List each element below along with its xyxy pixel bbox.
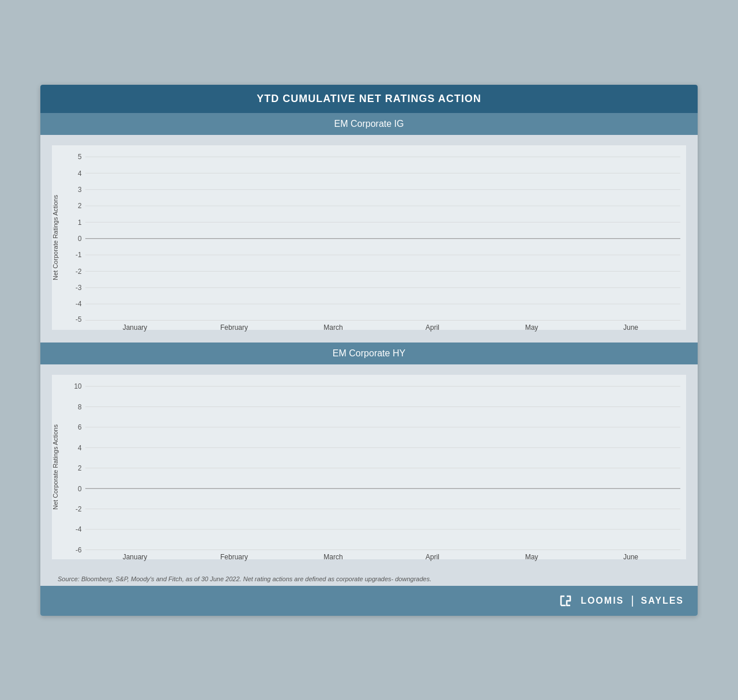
- svg-text:-2: -2: [76, 267, 82, 275]
- svg-text:4: 4: [78, 169, 82, 177]
- svg-text:5: 5: [78, 153, 82, 161]
- logo-brand2: SAYLES: [641, 596, 684, 606]
- svg-text:-4: -4: [76, 525, 82, 533]
- svg-text:-2: -2: [76, 505, 82, 513]
- chart2-header: EM Corporate HY: [40, 343, 698, 364]
- chart2-x-labels: January February March April May June: [85, 550, 680, 561]
- chart2-plot: 10 8 6 4 2 0 -2 -4 -6: [85, 386, 680, 550]
- svg-text:-4: -4: [76, 300, 82, 308]
- chart2-area: Net Corporate Ratings Actions: [52, 386, 680, 548]
- chart1-container: Net Corporate Ratings Actions: [52, 145, 686, 330]
- ls-icon: [559, 593, 575, 609]
- logo-brand1: LOOMIS: [581, 596, 624, 606]
- chart2-x-feb: February: [184, 553, 284, 561]
- svg-text:-6: -6: [76, 545, 82, 554]
- logo-separator: |: [631, 594, 634, 607]
- svg-text:0: 0: [78, 484, 82, 492]
- svg-text:2: 2: [78, 202, 82, 210]
- svg-text:6: 6: [78, 423, 82, 431]
- chart1-inner: 5 4 3 2 1 0 -1 -2 -3 -4 -5 January: [65, 157, 680, 318]
- svg-text:3: 3: [78, 185, 82, 193]
- chart2-x-jan: January: [85, 553, 184, 561]
- chart1-x-mar: March: [284, 323, 383, 332]
- svg-text:8: 8: [78, 402, 82, 411]
- chart1-header: EM Corporate IG: [40, 113, 698, 135]
- svg-text:2: 2: [78, 464, 82, 472]
- chart1-svg: 5 4 3 2 1 0 -1 -2 -3 -4 -5: [85, 157, 680, 321]
- chart2-x-jun: June: [581, 553, 680, 561]
- chart1-x-labels: January February March April May June: [85, 320, 680, 332]
- main-title: YTD CUMULATIVE NET RATINGS ACTION: [40, 85, 698, 113]
- chart2-x-mar: March: [284, 553, 383, 561]
- logo-area: LOOMIS | SAYLES: [559, 593, 684, 609]
- svg-text:10: 10: [74, 382, 82, 390]
- svg-text:1: 1: [78, 218, 82, 226]
- svg-text:-3: -3: [76, 284, 82, 292]
- chart1-x-apr: April: [383, 323, 482, 332]
- svg-text:4: 4: [78, 443, 82, 451]
- chart2-x-apr: April: [383, 553, 482, 561]
- chart2-inner: 10 8 6 4 2 0 -2 -4 -6 January February M…: [65, 386, 680, 548]
- chart2-y-axis-label: Net Corporate Ratings Actions: [52, 386, 62, 548]
- source-text: Source: Bloomberg, S&P, Moody's and Fitc…: [58, 575, 680, 582]
- chart1-x-may: May: [482, 323, 581, 332]
- svg-text:-5: -5: [76, 315, 82, 323]
- report-card: YTD CUMULATIVE NET RATINGS ACTION EM Cor…: [40, 85, 698, 616]
- chart1-y-axis-label: Net Corporate Ratings Actions: [52, 157, 62, 318]
- logo-row: LOOMIS | SAYLES: [40, 586, 698, 616]
- footer-section: Source: Bloomberg, S&P, Moody's and Fitc…: [40, 570, 698, 586]
- chart2-svg: 10 8 6 4 2 0 -2 -4 -6: [85, 386, 680, 550]
- chart1-x-jun: June: [581, 323, 680, 332]
- chart2-container: Net Corporate Ratings Actions: [52, 375, 686, 559]
- svg-text:0: 0: [78, 235, 82, 243]
- chart1-x-jan: January: [85, 323, 184, 332]
- chart1-area: Net Corporate Ratings Actions: [52, 157, 680, 318]
- chart2-x-may: May: [482, 553, 581, 561]
- svg-text:-1: -1: [76, 251, 82, 259]
- chart1-x-feb: February: [184, 323, 284, 332]
- chart1-plot: 5 4 3 2 1 0 -1 -2 -3 -4 -5: [85, 157, 680, 321]
